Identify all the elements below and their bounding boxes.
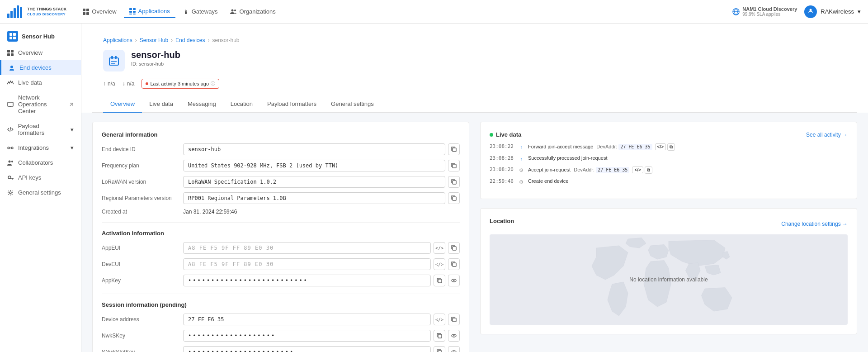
activity-item: 23:08:28 ↑ Successfully processed join-r…	[490, 155, 848, 162]
code-button[interactable]: </>	[434, 242, 445, 254]
svg-rect-22	[9, 33, 12, 36]
svg-point-21	[810, 9, 812, 11]
svg-rect-8	[86, 12, 89, 15]
sidebar-item-live-data[interactable]: Live data	[0, 75, 81, 90]
field-value-container: </>	[183, 258, 460, 270]
breadcrumb-end-devices[interactable]: End devices	[175, 37, 205, 43]
field-label: LoRaWAN version	[102, 179, 183, 185]
breadcrumb-applications[interactable]: Applications	[103, 37, 132, 43]
app-eui-input[interactable]	[183, 242, 431, 254]
svg-rect-46	[453, 164, 456, 168]
code-button[interactable]: </>	[632, 166, 643, 173]
field-app-eui: AppEUI </>	[102, 242, 460, 254]
code-button[interactable]: </>	[434, 314, 445, 325]
sidebar: Sensor Hub Overview End devices Live dat…	[0, 24, 81, 352]
copy-button[interactable]	[434, 275, 445, 286]
svg-rect-29	[11, 53, 14, 56]
svg-rect-26	[7, 50, 10, 52]
copy-button[interactable]	[434, 346, 445, 352]
frequency-plan-input[interactable]	[183, 160, 445, 171]
svg-rect-47	[453, 181, 456, 184]
code-button[interactable]: </>	[434, 258, 445, 270]
svg-rect-41	[111, 56, 113, 59]
see-all-activity[interactable]: See all activity →	[806, 132, 848, 138]
field-value-container	[183, 160, 460, 171]
dev-eui-input[interactable]	[183, 258, 431, 270]
activity-message: Accept join-request DevAddr: 27 FE E6 35…	[528, 166, 848, 174]
copy-button[interactable]	[448, 242, 460, 254]
tab-overview[interactable]: Overview	[103, 96, 142, 113]
end-device-id-input[interactable]	[183, 143, 445, 155]
copy-button[interactable]	[448, 314, 460, 325]
device-address-input[interactable]	[183, 314, 431, 325]
nwk-s-key-input[interactable]	[183, 330, 431, 342]
eye-toggle-button[interactable]	[448, 330, 460, 342]
sidebar-app-title: Sensor Hub	[22, 33, 55, 40]
tab-payload-formatters[interactable]: Payload formatters	[260, 96, 324, 113]
nav-item-gateways[interactable]: Gateways	[177, 5, 223, 18]
breadcrumb-current: sensor-hub	[212, 37, 239, 43]
svg-point-57	[453, 335, 455, 337]
sidebar-item-overview[interactable]: Overview	[0, 45, 81, 60]
user-area[interactable]: RAKwireless ▾	[804, 5, 861, 18]
tab-location[interactable]: Location	[223, 96, 260, 113]
right-panel: Live data See all activity → 23:08:22 ↑ …	[480, 122, 857, 352]
device-tabs: Overview Live data Messaging Location Pa…	[92, 96, 857, 113]
location-title: Location	[490, 218, 514, 224]
copy-button[interactable]	[434, 330, 445, 342]
lorawan-version-input[interactable]	[183, 176, 445, 188]
field-device-address: Device address </>	[102, 314, 460, 325]
breadcrumb-sensor-hub[interactable]: Sensor Hub	[140, 37, 168, 43]
copy-button[interactable]	[448, 258, 460, 270]
cloud-status: NAM1 Cloud Discovery 99.9% SLA applies	[732, 6, 797, 17]
sidebar-item-payload-formatters[interactable]: Payload formatters ▾	[0, 119, 81, 140]
eye-toggle-button[interactable]	[448, 346, 460, 352]
avatar	[804, 5, 817, 18]
field-label: Frequency plan	[102, 162, 183, 169]
svg-rect-25	[13, 37, 16, 39]
sidebar-item-integrations[interactable]: Integrations ▾	[0, 140, 81, 155]
field-label: Created at	[102, 209, 183, 215]
nav-item-organizations[interactable]: Organizations	[225, 5, 281, 18]
svg-point-37	[11, 161, 13, 162]
device-title-area: sensor-hub ID: sensor-hub	[131, 50, 180, 67]
svg-rect-0	[7, 14, 9, 18]
copy-button[interactable]	[448, 143, 460, 155]
breadcrumb-sep: ›	[171, 37, 173, 43]
sidebar-item-end-devices[interactable]: End devices	[0, 60, 81, 75]
copy-button[interactable]	[448, 160, 460, 171]
tab-general-settings[interactable]: General settings	[324, 96, 381, 113]
gear-icon: ⚙	[518, 167, 524, 173]
copy-button[interactable]: ⧉	[645, 166, 652, 174]
sidebar-item-general-settings[interactable]: General settings	[0, 185, 81, 200]
username: RAKwireless	[821, 8, 854, 15]
field-created-at: Created at Jan 31, 2024 22:59:46	[102, 209, 460, 215]
copy-button[interactable]	[448, 192, 460, 204]
sidebar-item-api-keys[interactable]: API keys	[0, 170, 81, 185]
live-dot	[490, 133, 493, 137]
last-activity-badge[interactable]: Last activity 3 minutes ago ⓘ	[142, 79, 219, 89]
sidebar-item-label: Overview	[18, 49, 42, 56]
svg-rect-2	[14, 8, 16, 18]
breadcrumb-sep: ›	[135, 37, 137, 43]
snwk-s-int-key-input[interactable]	[183, 346, 431, 352]
tab-live-data[interactable]: Live data	[142, 96, 180, 113]
change-location-link[interactable]: Change location settings →	[781, 221, 848, 227]
sidebar-item-noc[interactable]: Network Operations Center	[0, 90, 81, 119]
copy-button[interactable]	[448, 176, 460, 188]
sidebar-item-collaborators[interactable]: Collaborators	[0, 155, 81, 170]
eye-toggle-button[interactable]	[448, 275, 460, 286]
svg-rect-7	[83, 12, 85, 15]
copy-button[interactable]: ⧉	[667, 143, 675, 151]
sidebar-item-label: Integrations	[18, 144, 49, 151]
nav-item-applications[interactable]: Applications	[124, 5, 175, 18]
svg-rect-49	[453, 247, 456, 250]
app-key-input[interactable]	[183, 275, 431, 286]
tab-messaging[interactable]: Messaging	[180, 96, 223, 113]
svg-point-17	[234, 10, 236, 11]
regional-params-input[interactable]	[183, 192, 445, 204]
code-button[interactable]: </>	[655, 143, 666, 150]
svg-rect-13	[129, 14, 132, 14]
svg-rect-3	[17, 5, 19, 18]
nav-item-overview[interactable]: Overview	[77, 5, 122, 18]
